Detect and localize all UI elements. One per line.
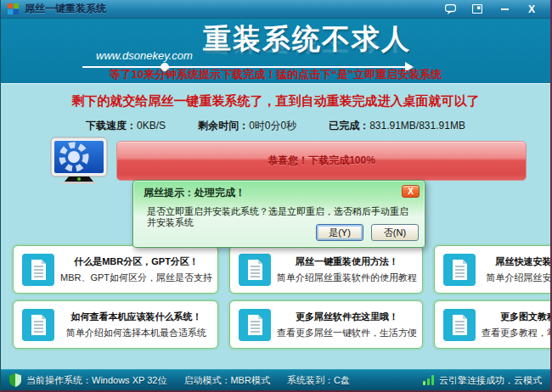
help-panels-grid: 什么是MBR分区，GPT分区！MBR、GPT如何区分，屌丝是否支持 屌丝一键重装… [13,245,539,349]
skin-window-icon[interactable] [470,3,484,15]
status-target-value: C盘 [334,375,350,385]
signal-bars-icon [423,375,434,385]
stat-speed-value: 0KB/S [137,120,166,132]
no-button[interactable]: 否(N) [371,224,419,241]
stat-done-value: 831.91MB/831.91MB [369,120,465,132]
minimize-button[interactable] [498,3,511,15]
help-panel-which-system[interactable]: 如何查看本机应该装什么系统！简单介绍如何选择本机最合适系统 [13,300,218,349]
yes-button[interactable]: 是(Y) [316,224,363,241]
document-icon [22,254,54,286]
status-boot-value: MBR模式 [230,375,269,385]
statusbar: 当前操作系统：Windows XP 32位 启动模式：MBR模式 系统装到：C盘… [1,369,550,390]
progress-text: 恭喜您！下载完成100% [268,154,375,168]
document-icon [443,309,476,341]
notice-line-1: 等了10来分钟系统提示下载完成！猛的点击下“是”立即重启安装系统 [1,67,550,82]
download-progress-bar: 恭喜您！下载完成100% [116,141,527,181]
panel-title: 什么是MBR分区，GPT分区！ [60,255,212,268]
panel-subtitle: 简单介绍屌丝重装软件的使用教程 [277,272,417,284]
status-os: 当前操作系统：Windows XP 32位 [26,374,166,387]
stat-done: 已完成：831.91MB/831.91MB [329,119,465,133]
stat-speed: 下载速度：0KB/S [86,119,166,133]
help-panel-multisystem[interactable]: 屌丝快速安装多系统方法！简单介绍屌丝安装多系统的教程 [434,245,552,294]
status-boot: 启动模式：MBR模式 [183,374,269,387]
stat-done-label: 已完成： [329,120,369,132]
feedback-chat-icon[interactable] [443,3,457,15]
download-stats: 下载速度：0KB/S 剩余时间：0时0分0秒 已完成：831.91MB/831.… [1,119,550,133]
document-icon [239,309,271,341]
status-os-label: 当前操作系统： [26,375,92,385]
dialog-title: 屌丝提示：处理完成！ [144,186,245,200]
status-target: 系统装到：C盘 [287,374,350,387]
header-banner: www.dsonekey.com 重装系统不求人 重装系统不求人 等了10来分钟… [1,19,550,83]
stat-speed-label: 下载速度： [86,120,137,132]
close-button[interactable]: X [525,3,538,15]
app-window: 屌丝一键重装系统 X www.dsonekey.com 重装系统不求人 重装系统… [0,0,552,392]
cloud-status: 云引擎连接成功，云模式 [439,374,542,387]
help-panel-usage[interactable]: 屌丝一键重装使用方法！简单介绍屌丝重装软件的使用教程 [229,245,423,294]
panel-title: 更多屌丝软件在这里哦！ [277,311,417,323]
website-url: www.dsonekey.com [96,49,193,62]
panel-title: 更多图文教程在这里哦！ [482,311,552,323]
document-icon [443,254,476,286]
document-icon [22,309,54,341]
stat-time-value: 0时0分0秒 [249,120,296,132]
notice-line-2: 剩下的就交给屌丝一键重装系统了，直到自动重装完成进入桌面就可以了 [1,93,550,109]
slogan-reflection: 重装系统不求人 [203,42,411,59]
computer-monitor-icon [50,137,108,184]
stat-time: 剩余时间：0时0分0秒 [198,119,296,133]
stat-time-label: 剩余时间： [198,120,249,132]
progress-section: 恭喜您！下载完成100% [1,137,550,184]
titlebar: 屌丝一键重装系统 X [1,0,550,19]
panel-subtitle: 查看更多屌丝一键软件，生活方便 [277,327,417,339]
restart-confirm-dialog: 屌丝提示：处理完成！ X 是否立即重启并安装此系统？选是立即重启，选否稍后手动重… [132,180,425,248]
panel-title: 屌丝一键重装使用方法！ [277,255,417,268]
help-panel-more-tutorials[interactable]: 更多图文教程在这里哦！查看更多教程，掌控更多安装方法 [434,300,552,349]
status-os-value: Windows XP 32位 [92,375,166,385]
shield-icon [9,373,21,387]
document-icon [239,254,271,286]
help-panel-mbr-gpt[interactable]: 什么是MBR分区，GPT分区！MBR、GPT如何区分，屌丝是否支持 [13,245,218,294]
panel-subtitle: 简单介绍屌丝安装多系统的教程 [482,272,552,284]
panel-subtitle: 查看更多教程，掌控更多安装方法 [482,327,552,339]
status-boot-label: 启动模式： [183,375,230,385]
panel-subtitle: MBR、GPT如何区分，屌丝是否支持 [60,272,212,284]
app-logo-icon [8,3,20,15]
panel-title: 屌丝快速安装多系统方法！ [482,255,552,268]
panel-subtitle: 简单介绍如何选择本机最合适系统 [60,327,212,339]
window-title: 屌丝一键重装系统 [25,2,106,16]
help-panel-more-software[interactable]: 更多屌丝软件在这里哦！查看更多屌丝一键软件，生活方便 [229,300,423,349]
status-target-label: 系统装到： [287,375,334,385]
dialog-close-icon[interactable]: X [402,185,420,198]
panel-title: 如何查看本机应该装什么系统！ [60,311,212,323]
